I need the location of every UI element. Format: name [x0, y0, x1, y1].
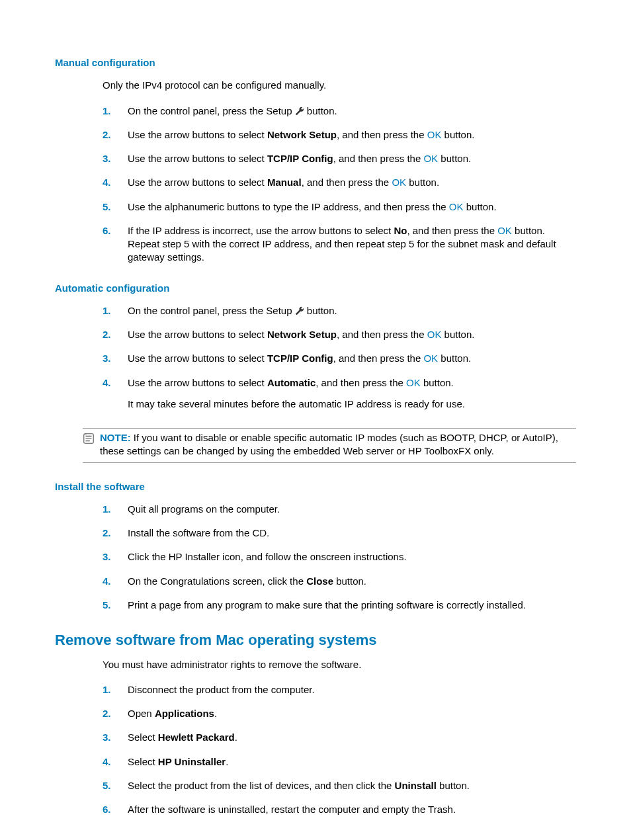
wrench-icon — [295, 306, 304, 315]
note-block: NOTE: If you want to disable or enable s… — [83, 428, 576, 463]
step-number: 1. — [103, 683, 128, 696]
step-number: 2. — [103, 707, 128, 720]
step-number: 3. — [103, 152, 128, 165]
bold-term: TCP/IP Config — [267, 353, 333, 364]
heading-install-software: Install the software — [55, 480, 576, 493]
step-body: Use the arrow buttons to select TCP/IP C… — [128, 352, 576, 365]
step-number: 2. — [103, 328, 128, 341]
step-body: Select Hewlett Packard. — [128, 731, 576, 744]
list-item: 5.Use the alphanumeric buttons to type t… — [103, 200, 576, 214]
bold-term: Applications — [155, 708, 214, 719]
bold-term: Hewlett Packard — [158, 732, 235, 743]
bold-term: Automatic — [267, 377, 316, 388]
bold-term: TCP/IP Config — [267, 153, 333, 164]
step-body: Open Applications. — [128, 707, 576, 720]
step-body: Use the arrow buttons to select Network … — [128, 128, 576, 142]
bold-term: No — [394, 225, 407, 236]
step-body: Disconnect the product from the computer… — [128, 683, 576, 696]
heading-automatic-configuration: Automatic configuration — [55, 282, 576, 295]
ok-label: OK — [449, 201, 464, 212]
note-icon — [83, 433, 95, 444]
step-body: Select HP Uninstaller. — [128, 755, 576, 769]
heading-remove-software: Remove software from Mac operating syste… — [55, 630, 576, 650]
step-body: Click the HP Installer icon, and follow … — [128, 550, 576, 564]
intro-text: Only the IPv4 protocol can be configured… — [103, 79, 576, 92]
list-item: 2.Open Applications. — [103, 707, 576, 720]
heading-manual-configuration: Manual configuration — [55, 56, 576, 69]
steps-install: 1.Quit all programs on the computer.2.In… — [103, 503, 576, 612]
step-number: 1. — [103, 105, 128, 118]
list-item: 1.Quit all programs on the computer. — [103, 503, 576, 516]
note-text: If you want to disable or enable specifi… — [100, 432, 558, 456]
list-item: 1.Disconnect the product from the comput… — [103, 683, 576, 696]
step-body: Use the arrow buttons to select TCP/IP C… — [128, 152, 576, 165]
step-body: Use the alphanumeric buttons to type the… — [128, 200, 576, 214]
step-number: 1. — [103, 304, 128, 317]
step-number: 4. — [103, 575, 128, 588]
list-item: 2.Install the software from the CD. — [103, 526, 576, 540]
step-number: 6. — [103, 803, 128, 816]
step-body: If the IP address is incorrect, use the … — [128, 224, 576, 265]
list-item: 4.Select HP Uninstaller. — [103, 755, 576, 769]
list-item: 4.Use the arrow buttons to select Automa… — [103, 376, 576, 411]
bold-term: Network Setup — [267, 329, 337, 340]
intro-remove: You must have administrator rights to re… — [103, 658, 576, 671]
list-item: 4.Use the arrow buttons to select Manual… — [103, 176, 576, 189]
list-item: 3.Click the HP Installer icon, and follo… — [103, 550, 576, 564]
step-body: Use the arrow buttons to select Manual, … — [128, 176, 576, 189]
bold-term: HP Uninstaller — [158, 756, 226, 767]
step-number: 3. — [103, 550, 128, 564]
step-body: Use the arrow buttons to select Network … — [128, 328, 576, 341]
ok-label: OK — [497, 225, 512, 236]
step-number: 3. — [103, 352, 128, 365]
step-body: On the control panel, press the Setup bu… — [128, 105, 576, 118]
ok-label: OK — [423, 353, 438, 364]
step-number: 4. — [103, 755, 128, 769]
step-body: Install the software from the CD. — [128, 526, 576, 540]
step-body: Quit all programs on the computer. — [128, 503, 576, 516]
step-number: 3. — [103, 731, 128, 744]
list-item: 1.On the control panel, press the Setup … — [103, 105, 576, 118]
wrench-icon — [295, 106, 304, 116]
bold-term: Close — [306, 575, 333, 587]
ok-label: OK — [392, 177, 406, 188]
bold-term: Manual — [267, 177, 302, 188]
list-item: 2.Use the arrow buttons to select Networ… — [103, 328, 576, 341]
steps-manual: 1.On the control panel, press the Setup … — [103, 105, 576, 265]
list-item: 5.Print a page from any program to make … — [103, 599, 576, 612]
bold-term: Uninstall — [395, 780, 437, 791]
step-body: On the Congratulations screen, click the… — [128, 575, 576, 588]
steps-automatic: 1.On the control panel, press the Setup … — [103, 304, 576, 411]
list-item: 3.Use the arrow buttons to select TCP/IP… — [103, 152, 576, 165]
bold-term: Network Setup — [267, 129, 337, 140]
list-item: 2.Use the arrow buttons to select Networ… — [103, 128, 576, 142]
ok-label: OK — [406, 377, 421, 388]
step-body: Use the arrow buttons to select Automati… — [128, 376, 576, 411]
step-body: On the control panel, press the Setup bu… — [128, 304, 576, 317]
list-item: 3.Select Hewlett Packard. — [103, 731, 576, 744]
step-body: Select the product from the list of devi… — [128, 779, 576, 792]
note-label: NOTE: — [100, 432, 131, 443]
step-number: 4. — [103, 176, 128, 189]
step-number: 5. — [103, 200, 128, 214]
step-number: 5. — [103, 599, 128, 612]
step-body: Print a page from any program to make su… — [128, 599, 576, 612]
step-body: After the software is uninstalled, resta… — [128, 803, 576, 816]
list-item: 6.If the IP address is incorrect, use th… — [103, 224, 576, 265]
step-number: 5. — [103, 779, 128, 792]
list-item: 4.On the Congratulations screen, click t… — [103, 575, 576, 588]
ok-label: OK — [427, 129, 442, 140]
step-followup: It may take several minutes before the a… — [128, 398, 576, 411]
list-item: 3.Use the arrow buttons to select TCP/IP… — [103, 352, 576, 365]
steps-remove: 1.Disconnect the product from the comput… — [103, 683, 576, 817]
list-item: 6.After the software is uninstalled, res… — [103, 803, 576, 816]
ok-label: OK — [423, 153, 438, 164]
step-number: 1. — [103, 503, 128, 516]
step-number: 6. — [103, 224, 128, 265]
step-number: 2. — [103, 526, 128, 540]
ok-label: OK — [427, 329, 442, 340]
list-item: 1.On the control panel, press the Setup … — [103, 304, 576, 317]
note-body: NOTE: If you want to disable or enable s… — [100, 431, 576, 458]
step-number: 4. — [103, 376, 128, 411]
list-item: 5.Select the product from the list of de… — [103, 779, 576, 792]
